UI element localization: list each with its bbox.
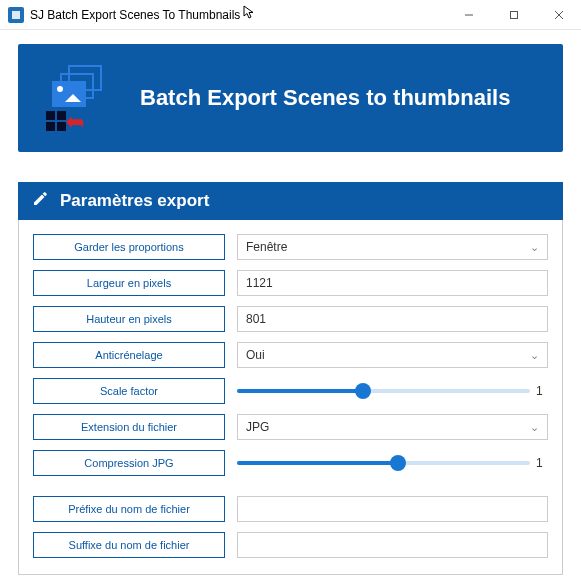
- pencil-icon: [32, 191, 48, 211]
- slider-jpg-compression[interactable]: [237, 454, 530, 472]
- label-width[interactable]: Largeur en pixels: [33, 270, 225, 296]
- label-jpg-compression[interactable]: Compression JPG: [33, 450, 225, 476]
- label-height[interactable]: Hauteur en pixels: [33, 306, 225, 332]
- input-filename-suffix[interactable]: [237, 532, 548, 558]
- cursor-icon: [243, 5, 255, 22]
- hero-title: Batch Export Scenes to thumbnails: [140, 85, 510, 111]
- select-antialias[interactable]: Oui ⌄: [237, 342, 548, 368]
- slider-scale-value: 1: [536, 384, 548, 398]
- slider-compression-value: 1: [536, 456, 548, 470]
- window-minimize-button[interactable]: [446, 0, 491, 30]
- window-titlebar: SJ Batch Export Scenes To Thumbnails: [0, 0, 581, 30]
- window-close-button[interactable]: [536, 0, 581, 30]
- label-antialias[interactable]: Anticrénelage: [33, 342, 225, 368]
- slider-scale-factor[interactable]: [237, 382, 530, 400]
- chevron-down-icon: ⌄: [530, 421, 539, 434]
- section-title: Paramètres export: [60, 191, 209, 211]
- label-filename-prefix[interactable]: Préfixe du nom de fichier: [33, 496, 225, 522]
- select-value: JPG: [246, 420, 269, 434]
- label-keep-proportions[interactable]: Garder les proportions: [33, 234, 225, 260]
- input-width[interactable]: 1121: [237, 270, 548, 296]
- select-value: Oui: [246, 348, 265, 362]
- chevron-down-icon: ⌄: [530, 349, 539, 362]
- export-form: Garder les proportions Fenêtre ⌄ Largeur…: [18, 220, 563, 575]
- chevron-down-icon: ⌄: [530, 241, 539, 254]
- select-value: Fenêtre: [246, 240, 287, 254]
- hero-banner: ➦ Batch Export Scenes to thumbnails: [18, 44, 563, 152]
- window-maximize-button[interactable]: [491, 0, 536, 30]
- section-header: Paramètres export: [18, 182, 563, 220]
- svg-rect-0: [12, 11, 20, 19]
- label-scale-factor[interactable]: Scale factor: [33, 378, 225, 404]
- select-file-ext[interactable]: JPG ⌄: [237, 414, 548, 440]
- label-file-ext[interactable]: Extension du fichier: [33, 414, 225, 440]
- thumbnails-export-icon: ➦: [46, 65, 118, 131]
- label-filename-suffix[interactable]: Suffixe du nom de fichier: [33, 532, 225, 558]
- svg-rect-2: [510, 11, 517, 18]
- select-keep-proportions[interactable]: Fenêtre ⌄: [237, 234, 548, 260]
- app-icon: [8, 7, 24, 23]
- input-filename-prefix[interactable]: [237, 496, 548, 522]
- window-title: SJ Batch Export Scenes To Thumbnails: [30, 8, 240, 22]
- input-height[interactable]: 801: [237, 306, 548, 332]
